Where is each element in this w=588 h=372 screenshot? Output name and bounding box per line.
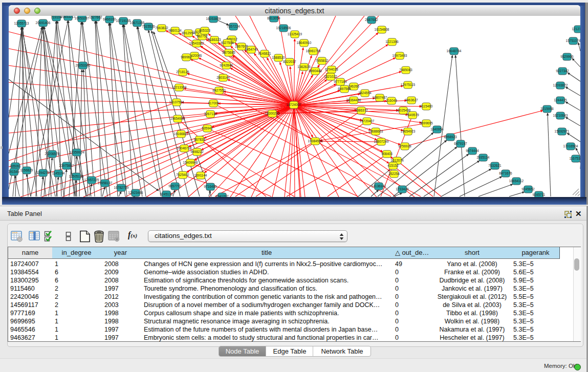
svg-text:9860124: 9860124 <box>168 29 182 32</box>
svg-text:1156829: 1156829 <box>20 168 33 172</box>
svg-text:9716485: 9716485 <box>204 185 217 188</box>
svg-text:8990448: 8990448 <box>309 69 322 73</box>
svg-text:982752: 982752 <box>197 34 208 38</box>
svg-text:1640954: 1640954 <box>430 127 444 131</box>
svg-text:2803144: 2803144 <box>216 76 230 79</box>
svg-text:26364436: 26364436 <box>346 98 361 102</box>
svg-text:216049: 216049 <box>386 99 397 102</box>
svg-text:9474444: 9474444 <box>466 149 479 152</box>
svg-text:16782759: 16782759 <box>114 186 129 189</box>
svg-text:252254: 252254 <box>388 172 400 176</box>
svg-text:1588520: 1588520 <box>272 56 285 59</box>
svg-text:15720407: 15720407 <box>360 119 375 123</box>
svg-text:16210643: 16210643 <box>553 114 568 117</box>
svg-text:3215958: 3215958 <box>540 107 554 111</box>
svg-text:20691406: 20691406 <box>36 21 51 25</box>
svg-text:6479197: 6479197 <box>454 142 467 145</box>
svg-text:867833: 867833 <box>194 138 205 141</box>
svg-text:7485083: 7485083 <box>399 68 412 72</box>
svg-text:9699695: 9699695 <box>420 121 433 125</box>
svg-text:1691144: 1691144 <box>194 173 207 177</box>
svg-text:10688603: 10688603 <box>368 129 383 133</box>
svg-text:9327508: 9327508 <box>221 41 234 45</box>
svg-text:12093872: 12093872 <box>553 83 568 87</box>
svg-text:8322037: 8322037 <box>283 60 296 63</box>
svg-text:1244415: 1244415 <box>554 98 567 102</box>
svg-text:8454749: 8454749 <box>245 48 258 51</box>
svg-text:1294275: 1294275 <box>36 171 50 174</box>
svg-text:9146821: 9146821 <box>258 52 271 55</box>
svg-text:3267110: 3267110 <box>204 112 217 116</box>
svg-text:26053346: 26053346 <box>76 63 91 67</box>
svg-text:908403: 908403 <box>381 152 393 156</box>
svg-text:9245133: 9245133 <box>160 192 173 196</box>
svg-text:15751074: 15751074 <box>566 39 580 42</box>
svg-text:11325419: 11325419 <box>288 32 302 36</box>
svg-text:7515526: 7515526 <box>142 25 155 28</box>
svg-text:19654923: 19654923 <box>401 129 416 133</box>
svg-text:1527602: 1527602 <box>89 16 102 19</box>
svg-text:8186323: 8186323 <box>208 38 221 41</box>
svg-text:1362635: 1362635 <box>297 65 311 69</box>
svg-text:1167534: 1167534 <box>570 157 580 160</box>
svg-text:9242848: 9242848 <box>220 63 233 67</box>
svg-text:20853217: 20853217 <box>61 16 76 18</box>
svg-text:14136141: 14136141 <box>372 184 386 188</box>
svg-text:18724007: 18724007 <box>287 103 301 106</box>
svg-text:415152: 415152 <box>387 164 399 167</box>
svg-text:10025438: 10025438 <box>396 108 411 112</box>
svg-text:17016504: 17016504 <box>563 144 578 148</box>
svg-text:12055713: 12055713 <box>14 21 29 25</box>
svg-text:15409948: 15409948 <box>183 161 198 164</box>
svg-text:1212753: 1212753 <box>572 27 580 31</box>
svg-text:9463627: 9463627 <box>405 98 418 102</box>
svg-text:16053809: 16053809 <box>206 17 221 20</box>
svg-text:605323: 605323 <box>199 29 210 32</box>
svg-text:8471676: 8471676 <box>499 171 512 175</box>
svg-text:335061: 335061 <box>10 164 21 168</box>
svg-text:19384554: 19384554 <box>308 139 323 143</box>
svg-text:9498222: 9498222 <box>190 150 204 154</box>
svg-text:6497568: 6497568 <box>338 87 351 91</box>
svg-text:8427552: 8427552 <box>212 89 226 92</box>
svg-text:9777169: 9777169 <box>334 80 347 83</box>
svg-text:2935114: 2935114 <box>477 156 490 159</box>
svg-text:16107554: 16107554 <box>169 100 184 104</box>
svg-text:9657791: 9657791 <box>168 184 182 188</box>
svg-text:6466160: 6466160 <box>103 17 116 21</box>
svg-text:8958923: 8958923 <box>444 135 457 139</box>
svg-text:2687682: 2687682 <box>365 18 378 21</box>
svg-text:7632621: 7632621 <box>488 164 502 167</box>
svg-text:391549: 391549 <box>9 170 19 173</box>
svg-text:2718126: 2718126 <box>176 70 189 74</box>
svg-text:4341207: 4341207 <box>215 194 229 197</box>
svg-text:1221396: 1221396 <box>385 40 399 43</box>
svg-text:10807487: 10807487 <box>373 96 387 99</box>
svg-text:535941: 535941 <box>202 126 213 130</box>
svg-text:5875685: 5875685 <box>222 51 235 54</box>
svg-text:9329966: 9329966 <box>560 55 574 58</box>
svg-text:1145194: 1145194 <box>52 171 65 175</box>
svg-text:7386372: 7386372 <box>355 108 368 112</box>
svg-text:989962: 989962 <box>181 55 192 59</box>
svg-text:10719155: 10719155 <box>116 19 131 23</box>
svg-text:20206578: 20206578 <box>45 152 60 156</box>
svg-text:7625402: 7625402 <box>176 173 189 177</box>
svg-text:12975115: 12975115 <box>401 83 416 86</box>
svg-text:9756928: 9756928 <box>398 144 411 148</box>
svg-text:19958137: 19958137 <box>98 181 113 185</box>
svg-text:16154808: 16154808 <box>375 28 389 31</box>
svg-text:8813054: 8813054 <box>267 16 280 20</box>
svg-text:19654983: 19654983 <box>170 117 185 120</box>
svg-text:1733426: 1733426 <box>396 187 409 191</box>
svg-text:17957225: 17957225 <box>84 178 99 182</box>
svg-text:23975867: 23975867 <box>59 164 74 167</box>
svg-text:18640910: 18640910 <box>297 41 312 45</box>
svg-text:15692971: 15692971 <box>555 129 570 133</box>
svg-text:12213369: 12213369 <box>172 85 187 89</box>
svg-text:17359924: 17359924 <box>70 150 84 154</box>
svg-text:9227342: 9227342 <box>556 69 569 73</box>
svg-text:16543382: 16543382 <box>189 41 204 45</box>
svg-text:9115460: 9115460 <box>420 104 433 108</box>
svg-text:1621022: 1621022 <box>324 75 337 78</box>
